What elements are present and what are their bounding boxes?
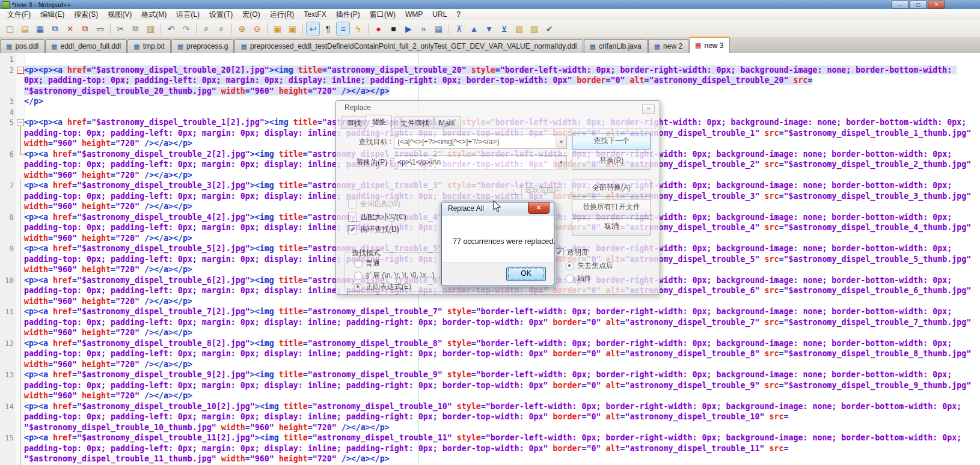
tab-preprocess-g[interactable]: ▦preprocess.g — [171, 39, 234, 53]
replace-with-combo[interactable]: <p>\1</p>\r\n ▼ — [394, 155, 567, 169]
chevron-down-icon[interactable]: ▼ — [556, 156, 566, 169]
sync-vertical-icon[interactable]: ▣ — [271, 22, 284, 35]
replace-all-open-docs-button[interactable]: 替换所有打开文件 — [572, 199, 651, 216]
jump-up-icon[interactable]: ▲ — [467, 22, 481, 35]
find-next-button[interactable]: 查找下一个 — [572, 133, 651, 150]
mode-extended-radio[interactable]: 扩展 (\n, \r, \t, \0, \x...) — [354, 270, 435, 281]
tab-new-3[interactable]: ▦new 3 — [689, 37, 729, 53]
code-text[interactable]: <p><a href="$astronomy_dispel_trouble_11… — [24, 433, 974, 464]
jump-first-icon[interactable]: ⊼ — [452, 22, 466, 35]
menu-item-help[interactable]: ? — [452, 10, 465, 19]
code-text[interactable] — [24, 54, 974, 65]
wrap-around-checkbox[interactable]: ✔ 循环查找(D) — [348, 225, 399, 235]
redo-icon[interactable]: ↷ — [179, 22, 193, 35]
transparency-always-radio[interactable]: 始终 — [566, 273, 592, 284]
word-wrap-icon[interactable]: ↩ — [306, 22, 320, 35]
tab-mark[interactable]: Mark — [433, 117, 461, 129]
close-all-icon[interactable]: ⧉ — [78, 22, 92, 35]
radio-selected-icon[interactable] — [354, 283, 363, 291]
tab-find-in-files[interactable]: 文件查找 — [394, 117, 435, 129]
sync-horizontal-icon[interactable]: ▣ — [286, 22, 299, 35]
code-text[interactable]: <p><a href="$astronomy_dispel_trouble_8[… — [24, 338, 974, 370]
maximize-button[interactable]: ▢ — [910, 1, 927, 9]
open-folder-icon[interactable]: ▤ — [18, 22, 32, 35]
jump-last-icon[interactable]: ⊻ — [497, 22, 511, 35]
menu-item-textfx[interactable]: TextFX — [299, 10, 331, 19]
code-line[interactable]: 11<p><a href="$astronomy_dispel_trouble_… — [0, 306, 980, 338]
edit-shortcuts-icon[interactable]: ▨ — [527, 22, 541, 35]
menu-item-file[interactable]: 文件(F) — [2, 9, 35, 20]
code-line[interactable]: 1 — [0, 54, 980, 65]
ok-button[interactable]: OK — [506, 267, 546, 281]
spell-check-icon[interactable]: ✔ — [542, 22, 556, 35]
replace-all-button[interactable]: 全部替换(A) — [572, 180, 651, 197]
menu-item-view[interactable]: 视图(V) — [103, 9, 136, 20]
tab-find[interactable]: 查找 — [341, 117, 367, 129]
radio-selected-icon[interactable] — [566, 262, 574, 270]
chevron-down-icon[interactable]: ▼ — [556, 135, 566, 148]
zoom-in-icon[interactable]: ⊕ — [235, 22, 249, 35]
code-line[interactable]: 2<p><p><a href="$astronomy_dispel_troubl… — [0, 65, 980, 97]
copy-icon[interactable]: ⧉ — [129, 22, 142, 35]
find-replace-icon[interactable]: ⌕ — [215, 22, 228, 35]
fold-collapse-icon[interactable] — [17, 119, 24, 126]
cut-icon[interactable]: ✂ — [114, 22, 127, 35]
mode-regex-radio[interactable]: 正则表达式(E) — [354, 282, 411, 292]
function-completion-icon[interactable]: ϟ — [351, 22, 365, 35]
code-line[interactable]: 12<p><a href="$astronomy_dispel_trouble_… — [0, 338, 980, 370]
replace-with-value[interactable]: <p>\1</p>\r\n — [394, 158, 556, 166]
radio-icon[interactable] — [354, 260, 363, 268]
code-line[interactable]: 15<p><a href="$astronomy_dispel_trouble_… — [0, 433, 980, 464]
title-bar[interactable]: *new 3 - Notepad++ — ▢ ✕ — [0, 0, 980, 9]
tab-new-2[interactable]: ▦new 2 — [648, 39, 688, 53]
tab-pos-ddl[interactable]: ▦pos.ddl — [0, 39, 44, 53]
save-icon[interactable]: ▦ — [33, 22, 47, 35]
menu-item-format[interactable]: 格式(M) — [136, 9, 171, 20]
code-text[interactable]: <p><p><a href="$astronomy_dispel_trouble… — [24, 65, 974, 97]
find-what-combo[interactable]: (<a[^<>]+?><img[^<>]+?/></a>) ▼ — [394, 135, 567, 149]
new-file-icon[interactable]: ▢ — [3, 22, 17, 35]
menu-item-run[interactable]: 运行(R) — [265, 9, 299, 20]
code-text[interactable]: <p><a href="$astronomy_dispel_trouble_9[… — [24, 369, 974, 401]
print-icon[interactable]: ▭ — [93, 22, 107, 35]
macro-record-icon[interactable]: ● — [372, 22, 385, 35]
radio-icon[interactable] — [354, 272, 363, 280]
menu-item-search[interactable]: 搜索(S) — [69, 9, 103, 20]
transparency-on-lose-focus-radio[interactable]: 失去焦点后 — [566, 261, 613, 271]
zoom-out-icon[interactable]: ⊖ — [250, 22, 264, 35]
mode-normal-radio[interactable]: 普通 — [354, 258, 380, 269]
checkbox-checked-icon[interactable]: ✔ — [348, 225, 357, 234]
menu-item-url[interactable]: URL — [427, 10, 452, 19]
minimize-button[interactable]: — — [892, 1, 909, 9]
whole-word-checkbox[interactable]: 全词匹配(W) — [348, 199, 400, 209]
macro-run-multiple-icon[interactable]: » — [417, 22, 430, 35]
replace-button[interactable]: 替换(R) — [572, 153, 651, 170]
cancel-button[interactable]: 取消 — [572, 218, 651, 236]
code-line[interactable]: 13<p><a href="$astronomy_dispel_trouble_… — [0, 369, 980, 401]
menu-item-macro[interactable]: 宏(O) — [237, 9, 265, 20]
macro-save-icon[interactable]: ▦ — [432, 22, 446, 35]
close-icon[interactable]: ✕ — [528, 202, 550, 214]
show-all-chars-icon[interactable]: ¶ — [321, 22, 335, 35]
checkbox-icon[interactable] — [513, 186, 522, 195]
in-selection-checkbox[interactable]: 选取范围内 — [513, 185, 561, 195]
undo-icon[interactable]: ↶ — [164, 22, 178, 35]
code-text[interactable]: <p><a href="$astronomy_dispel_trouble_10… — [24, 401, 974, 433]
code-text[interactable]: <p><a href="$astronomy_dispel_trouble_7[… — [24, 306, 974, 338]
macro-play-icon[interactable]: ▶ — [402, 22, 415, 35]
fold-collapse-icon[interactable] — [17, 67, 24, 74]
menu-item-language[interactable]: 语言(L) — [171, 9, 204, 20]
menu-item-settings[interactable]: 设置(T) — [204, 9, 237, 20]
match-case-checkbox[interactable]: 匹配大小写(C) — [348, 212, 406, 222]
paste-icon[interactable]: ▥ — [144, 22, 158, 35]
tab-replace[interactable]: 替换 — [366, 115, 392, 130]
checkbox-checked-icon[interactable]: ✔ — [555, 248, 564, 257]
jump-down-icon[interactable]: ▼ — [482, 22, 496, 35]
radio-icon[interactable] — [566, 275, 574, 283]
find-icon[interactable]: ⌕ — [200, 22, 213, 35]
menu-item-edit[interactable]: 编辑(E) — [35, 9, 69, 20]
tab-eddl-demo-full-ddl[interactable]: ▦eddl_demo_full.ddl — [45, 39, 127, 53]
menu-item-plugins[interactable]: 插件(P) — [331, 9, 365, 20]
checkbox-icon[interactable] — [348, 213, 357, 222]
transparency-checkbox[interactable]: ✔ 透明度 — [555, 248, 589, 258]
